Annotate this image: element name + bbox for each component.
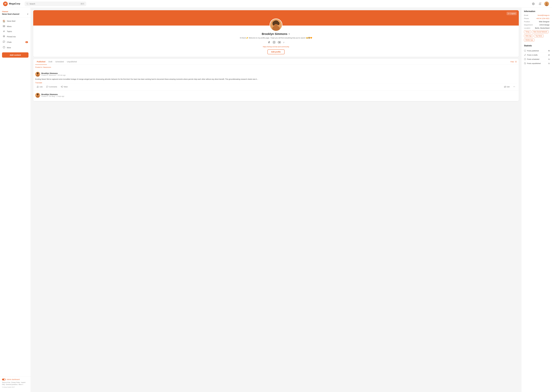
svg-rect-19 <box>273 41 275 43</box>
info-row-phone: Phone +49 34 1234 4321 <box>524 17 549 19</box>
add-content-button[interactable]: Add content <box>2 52 28 58</box>
facebook-icon[interactable] <box>268 41 270 44</box>
edit-button-1[interactable]: Edit <box>502 85 511 89</box>
instagram-icon[interactable] <box>273 41 275 44</box>
svg-line-50 <box>524 63 525 64</box>
post-author-name-2: Brooklyn Simmons <box>41 93 64 95</box>
notification-dot <box>540 2 542 3</box>
tiktok-icon[interactable]: ♪ <box>283 41 284 44</box>
logo-icon: M <box>3 1 8 6</box>
topbar: M MegaCorp ⌘ F <box>0 0 552 8</box>
information-section: Information Email brook@mega.io Phone +4… <box>524 10 549 42</box>
avatar-image <box>544 1 549 6</box>
tab-draft[interactable]: Draft <box>47 59 54 65</box>
sidebar-item-topics[interactable]: # Topics <box>0 29 30 34</box>
tag-top-news[interactable]: Top News <box>534 34 544 37</box>
chats-badge: 2 <box>25 41 28 43</box>
footer-privacy[interactable]: Privacy Policy <box>11 382 20 383</box>
email-label: Email <box>524 14 528 16</box>
comment-icon <box>46 86 48 88</box>
admin-dashboard-link[interactable]: Admin dashboard <box>2 378 28 380</box>
sidebar-item-news-feed[interactable]: 🏠 News feed <box>0 18 30 24</box>
channel-selector[interactable]: Channel News feed channel ∨ <box>0 10 30 17</box>
thumb-up-icon <box>37 86 39 88</box>
post-author-info-2: Brooklyn Simmons Posted in "Our Blog" • … <box>41 93 64 97</box>
edit-label-1: Edit <box>507 86 510 88</box>
search-input[interactable] <box>29 3 79 5</box>
profile-url[interactable]: https://tchop.io/chat-and-community <box>36 46 516 48</box>
settings-button[interactable] <box>531 1 536 6</box>
svg-point-33 <box>62 86 63 86</box>
main-content: Logout <box>31 8 521 392</box>
svg-point-32 <box>37 72 39 74</box>
share-button-1[interactable]: Teilen <box>59 85 69 89</box>
filter-button[interactable]: Filter <box>510 61 517 63</box>
posted-in-row: Posted in: Newsroom <box>33 65 519 70</box>
svg-marker-22 <box>279 42 280 42</box>
comments-label-1: Comments <box>49 86 57 88</box>
footer-terms[interactable]: Terms of Use <box>2 382 10 383</box>
svg-point-40 <box>515 87 515 87</box>
phone-label: Phone <box>524 17 529 19</box>
comments-button-1[interactable]: Comments <box>45 85 59 89</box>
footer-imprint[interactable]: Imprint <box>21 382 25 383</box>
share-icon <box>61 86 63 88</box>
location-label: Location <box>524 27 530 29</box>
tag-web-app[interactable]: Web App <box>524 34 533 37</box>
avatar-image-1 <box>35 72 40 77</box>
search-icon <box>27 3 28 5</box>
user-avatar[interactable] <box>544 1 549 6</box>
post-author-name-1: Brooklyn Simmons <box>41 72 65 74</box>
tab-published[interactable]: Published <box>35 59 47 65</box>
more-icon <box>3 46 5 49</box>
tag-new-social-network[interactable]: New Social Network <box>532 30 548 33</box>
edit-profile-button[interactable]: Edit profile <box>268 49 284 54</box>
posted-in-channel[interactable]: Newsroom <box>43 66 51 68</box>
topbar-actions <box>531 1 549 6</box>
post-header-2: Brooklyn Simmons Posted in "Our Blog" • … <box>35 93 517 98</box>
like-button-1[interactable]: Like <box>35 85 44 89</box>
pin-icon <box>3 35 5 38</box>
location-value: Berlin, Deutschland <box>535 27 549 29</box>
posts-drafts-icon <box>524 54 526 56</box>
logout-button[interactable]: Logout <box>507 12 517 15</box>
footer-more[interactable]: More ∨ <box>19 384 23 385</box>
post-author-info-1: Brooklyn Simmons Posted in "Newsroom" • … <box>41 72 65 76</box>
notifications-button[interactable] <box>538 1 542 6</box>
profile-card: Logout <box>33 10 519 57</box>
position-label: Position <box>524 21 530 23</box>
nav-label-more: More <box>7 47 11 49</box>
sidebar-item-mixes[interactable]: Mixes <box>0 24 30 29</box>
topics-icon: # <box>3 30 5 33</box>
post-author-avatar-2 <box>35 93 40 98</box>
svg-point-39 <box>514 87 514 87</box>
channel-dropdown[interactable]: News feed channel ∨ <box>2 13 28 15</box>
footer-general[interactable]: General Questions <box>6 384 18 385</box>
posts-unpublished-label: Posts unpublished <box>527 63 541 64</box>
footer-faq[interactable]: FAQ <box>2 384 5 385</box>
post-header-1: Brooklyn Simmons Posted in "Newsroom" • … <box>35 72 517 77</box>
tag-mobile-app[interactable]: Mobile App <box>524 38 534 42</box>
svg-point-2 <box>533 3 534 4</box>
more-actions-button-1[interactable] <box>512 85 517 89</box>
sidebar-item-more[interactable]: More <box>0 45 30 50</box>
right-panel: Information Email brook@mega.io Phone +4… <box>521 8 552 392</box>
youtube-icon[interactable] <box>278 41 281 44</box>
phone-value[interactable]: +49 34 1234 4321 <box>536 17 549 19</box>
sidebar-item-pinned-mix[interactable]: Pinned mix <box>0 34 30 39</box>
tab-unpublished[interactable]: Unpublished <box>65 59 78 65</box>
post-body-1: Exciting News! We've captured some incre… <box>35 78 517 81</box>
logout-icon <box>508 13 510 14</box>
tag-tchop[interactable]: Tchop <box>524 30 531 33</box>
svg-point-18 <box>277 22 279 25</box>
sidebar-item-chats[interactable]: Chats 2 <box>0 39 30 45</box>
chevron-down-icon: ∨ <box>27 13 28 15</box>
svg-line-36 <box>61 87 62 87</box>
stat-row-scheduled: Posts scheduled 1 <box>524 57 549 61</box>
search-bar[interactable]: ⌘ F <box>25 2 86 6</box>
posted-in-label: Posted in: <box>35 66 43 68</box>
post-card-1: Brooklyn Simmons Posted in "Newsroom" • … <box>33 70 519 91</box>
tab-scheduled[interactable]: Scheduled <box>54 59 65 65</box>
email-value[interactable]: brook@mega.io <box>538 14 549 16</box>
translate-link-1[interactable]: Translate <box>35 82 517 84</box>
